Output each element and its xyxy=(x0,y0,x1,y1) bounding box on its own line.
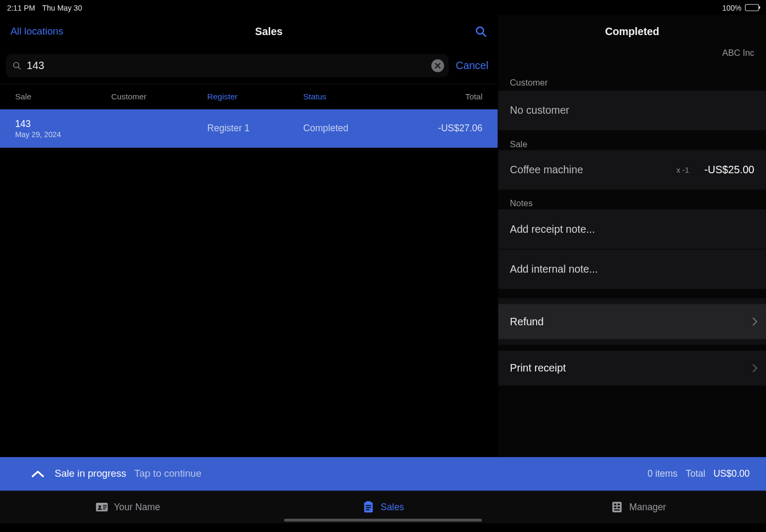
svg-rect-10 xyxy=(367,501,371,503)
svg-rect-18 xyxy=(618,506,620,508)
id-card-icon xyxy=(95,501,108,513)
print-receipt-label: Print receipt xyxy=(510,362,566,374)
sale-status: Completed xyxy=(303,123,417,134)
svg-rect-11 xyxy=(366,505,371,506)
col-sale[interactable]: Sale xyxy=(15,92,111,102)
svg-rect-12 xyxy=(366,507,371,508)
tap-label: Tap to continue xyxy=(135,468,202,480)
svg-line-3 xyxy=(18,67,20,69)
sip-label: Sale in progress xyxy=(55,468,126,480)
refund-label: Refund xyxy=(510,316,544,328)
search-input[interactable] xyxy=(22,60,431,72)
tab-sales-label: Sales xyxy=(381,502,404,512)
chevron-up-icon xyxy=(31,470,44,478)
svg-rect-16 xyxy=(618,504,620,505)
section-sale-label: Sale xyxy=(498,130,766,150)
tab-profile-label: Your Name xyxy=(114,502,160,512)
no-customer-text: No customer xyxy=(510,104,570,116)
tab-manager[interactable]: Manager xyxy=(511,491,766,523)
col-status[interactable]: Status xyxy=(303,92,417,102)
item-amount: -US$25.00 xyxy=(704,164,754,176)
sale-in-progress-banner[interactable]: Sale in progress Tap to continue 0 items… xyxy=(0,457,766,491)
item-name: Coffee machine xyxy=(510,164,677,176)
banner-total-label: Total xyxy=(686,469,705,479)
banner-items: 0 items xyxy=(647,469,677,479)
page-title: Sales xyxy=(255,26,282,38)
line-item-row[interactable]: Coffee machine x -1 -US$25.00 xyxy=(498,150,766,189)
chevron-right-icon xyxy=(752,317,758,326)
svg-rect-19 xyxy=(614,510,620,511)
svg-point-5 xyxy=(98,505,101,508)
company-name: ABC Inc xyxy=(722,48,754,58)
item-qty: x -1 xyxy=(677,165,689,174)
tab-profile[interactable]: Your Name xyxy=(0,491,255,523)
no-customer-row[interactable]: No customer xyxy=(498,91,766,130)
col-total[interactable]: Total xyxy=(417,92,482,102)
search-icon[interactable] xyxy=(474,25,487,38)
add-internal-note-label: Add internal note... xyxy=(510,263,598,275)
svg-rect-6 xyxy=(103,505,106,506)
home-indicator[interactable] xyxy=(284,519,482,521)
chevron-right-icon xyxy=(752,364,758,373)
sale-row[interactable]: 143 May 29, 2024 Register 1 Completed -U… xyxy=(0,109,498,148)
sale-id: 143 xyxy=(15,119,207,129)
clear-search-button[interactable] xyxy=(431,60,444,72)
all-locations-link[interactable]: All locations xyxy=(11,26,63,37)
add-receipt-note-label: Add receipt note... xyxy=(510,223,595,235)
add-internal-note-button[interactable]: Add internal note... xyxy=(498,249,766,289)
sale-date: May 29, 2024 xyxy=(15,130,207,139)
battery-icon xyxy=(745,4,759,11)
clipboard-icon xyxy=(362,501,375,513)
cancel-search-button[interactable]: Cancel xyxy=(456,60,492,72)
svg-rect-8 xyxy=(103,509,105,510)
status-time: 2:11 PM xyxy=(7,3,35,12)
company-row: ABC Inc xyxy=(498,48,766,73)
svg-rect-14 xyxy=(612,502,622,512)
sale-total: -US$27.06 xyxy=(417,123,482,134)
sale-register: Register 1 xyxy=(207,123,304,134)
add-receipt-note-button[interactable]: Add receipt note... xyxy=(498,209,766,249)
svg-rect-7 xyxy=(103,507,106,508)
tab-manager-label: Manager xyxy=(629,502,666,512)
manager-icon xyxy=(611,501,623,513)
svg-rect-17 xyxy=(614,506,616,508)
status-date: Thu May 30 xyxy=(42,3,82,12)
svg-rect-13 xyxy=(366,509,370,510)
magnifier-icon xyxy=(12,61,22,71)
table-header: Sale Customer Register Status Total xyxy=(0,84,498,109)
detail-title: Completed xyxy=(498,15,766,47)
col-customer[interactable]: Customer xyxy=(111,92,207,102)
banner-amount: US$0.00 xyxy=(713,469,750,479)
refund-button[interactable]: Refund xyxy=(498,304,766,339)
section-notes-label: Notes xyxy=(498,190,766,209)
svg-rect-15 xyxy=(614,504,616,505)
search-field[interactable] xyxy=(6,54,449,78)
section-customer-label: Customer xyxy=(498,73,766,91)
svg-line-1 xyxy=(482,33,486,37)
status-bar: 2:11 PM Thu May 30 100% xyxy=(0,0,766,15)
battery-percent: 100% xyxy=(722,3,742,12)
print-receipt-button[interactable]: Print receipt xyxy=(498,351,766,386)
col-register[interactable]: Register xyxy=(207,92,304,102)
